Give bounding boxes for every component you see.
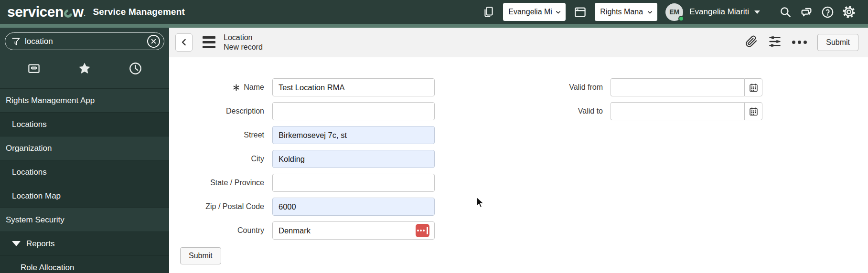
- user-avatar[interactable]: EM: [665, 3, 683, 21]
- clear-circle-x-icon[interactable]: [147, 35, 160, 48]
- clock-icon[interactable]: [129, 62, 142, 77]
- update-set-picker[interactable]: Rights Mana: [595, 3, 657, 21]
- sidebar-item-label: Rights Management App: [6, 96, 95, 105]
- logo-tm-dot: .: [84, 11, 86, 18]
- submit-button-bottom[interactable]: Submit: [180, 247, 221, 264]
- filter-navigator-input[interactable]: [25, 37, 147, 46]
- form-toolbar: Location New record Submit: [169, 28, 868, 57]
- navigator-list: Rights Management App Locations Organiza…: [0, 88, 169, 273]
- sidebar-item-locations-2[interactable]: Locations: [0, 160, 169, 184]
- logo-o-icon: [62, 8, 74, 19]
- filter-navigator: [5, 32, 164, 50]
- product-name: Service Management: [93, 7, 185, 17]
- sliders-icon[interactable]: [768, 35, 782, 50]
- calendar-icon[interactable]: [744, 78, 762, 96]
- top-banner: servicenw. Service Management Evangelia …: [0, 0, 868, 24]
- funnel-icon: [11, 36, 21, 47]
- status-dot: [678, 16, 684, 21]
- chat-icon[interactable]: [800, 5, 813, 19]
- archive-box-icon[interactable]: [27, 61, 41, 77]
- hamburger-icon[interactable]: [203, 36, 215, 48]
- content-area: Location New record Submit Name: [169, 28, 868, 273]
- user-menu-caret-icon[interactable]: [754, 10, 760, 14]
- gear-icon[interactable]: [842, 5, 856, 19]
- sidebar-item-label: Locations: [12, 120, 47, 129]
- browser-window-icon[interactable]: [574, 6, 587, 19]
- field-label-valid-from: Valid from: [508, 78, 603, 96]
- sidebar-item-label: Reports: [26, 239, 55, 249]
- location-form: Name Description Street City State / Pro…: [169, 58, 868, 273]
- form-title-table: Location: [224, 33, 263, 42]
- state-province-field[interactable]: [272, 174, 435, 192]
- logo-text-post: w: [73, 4, 84, 20]
- banner-right-cluster: Evangelia Mi Rights Mana EM Evangelia Mi…: [482, 3, 856, 21]
- sidebar-item-label: Organization: [6, 144, 52, 153]
- valid-from-control: [611, 78, 762, 96]
- sidebar-section-rights-management-app[interactable]: Rights Management App: [0, 88, 169, 112]
- field-label-city: City: [169, 150, 264, 168]
- field-label-state-province: State / Province: [169, 174, 264, 192]
- sidebar-item-location-map[interactable]: Location Map: [0, 184, 169, 208]
- field-label-street: Street: [169, 126, 264, 144]
- sidebar-item-label: System Security: [6, 215, 64, 225]
- help-icon[interactable]: [821, 6, 834, 19]
- sidebar-item-label: Location Map: [12, 191, 61, 201]
- chevron-left-icon: [180, 38, 188, 46]
- chevron-down-icon: [647, 9, 653, 15]
- chevron-down-icon: [555, 9, 561, 15]
- submit-button-toolbar[interactable]: Submit: [817, 34, 858, 51]
- application-picker-value: Evangelia Mi: [508, 8, 552, 16]
- form-title-record: New record: [224, 42, 263, 52]
- form-title: Location New record: [224, 33, 263, 52]
- more-dots-icon[interactable]: [792, 41, 807, 44]
- application-picker[interactable]: Evangelia Mi: [503, 3, 566, 21]
- search-icon[interactable]: [779, 6, 792, 18]
- application-navigator: Rights Management App Locations Organiza…: [0, 28, 169, 273]
- logo-text-pre: servicen: [7, 4, 64, 20]
- sidebar-section-organization[interactable]: Organization: [0, 136, 169, 160]
- triangle-down-icon: [12, 241, 21, 246]
- valid-from-field[interactable]: [611, 78, 744, 96]
- back-button[interactable]: [175, 33, 193, 52]
- update-set-picker-value: Rights Mana: [600, 8, 643, 16]
- servicenow-app: servicenw. Service Management Evangelia …: [0, 0, 868, 273]
- servicenow-logo: servicenw.: [7, 4, 85, 20]
- sidebar-item-locations-1[interactable]: Locations: [0, 112, 169, 136]
- paperclip-icon[interactable]: [745, 35, 758, 50]
- calendar-icon[interactable]: [744, 102, 762, 120]
- sidebar-section-system-security[interactable]: System Security: [0, 208, 169, 231]
- valid-to-control: [611, 102, 762, 120]
- toolbar-actions: Submit: [745, 34, 858, 51]
- street-field[interactable]: [272, 126, 435, 144]
- field-label-zip-postal-code: Zip / Postal Code: [169, 198, 264, 216]
- field-label-valid-to: Valid to: [508, 102, 603, 120]
- valid-to-field[interactable]: [611, 102, 744, 120]
- banner-accent-strip: [0, 24, 868, 28]
- city-field[interactable]: [272, 150, 435, 168]
- sidebar-item-reports[interactable]: Reports: [0, 231, 169, 255]
- navigator-tabs: [0, 50, 169, 88]
- password-manager-fill-icon[interactable]: [416, 224, 429, 237]
- zip-postal-code-field[interactable]: [272, 198, 435, 216]
- user-name: Evangelia Miariti: [689, 7, 749, 17]
- field-label-country: Country: [169, 221, 264, 240]
- sidebar-item-label: Role Allocation: [21, 263, 74, 273]
- country-field[interactable]: [272, 221, 435, 240]
- sidebar-item-role-allocation[interactable]: Role Allocation: [0, 255, 169, 273]
- sidebar-item-label: Locations: [12, 168, 47, 177]
- copy-pages-icon[interactable]: [482, 6, 495, 18]
- star-icon[interactable]: [77, 61, 92, 77]
